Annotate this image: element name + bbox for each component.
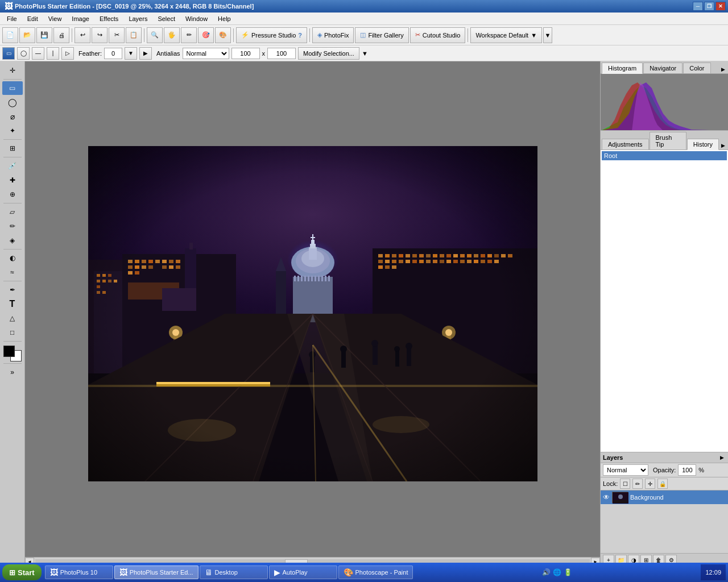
tool-marquee-rect[interactable]: ▭: [2, 81, 23, 95]
history-panel-expand-icon[interactable]: ▶: [719, 142, 727, 149]
tool-clone[interactable]: ⊕: [2, 188, 23, 201]
photo-canvas: [88, 146, 537, 481]
layers-expand-icon[interactable]: ▶: [718, 454, 726, 462]
tool-pen[interactable]: ✒: [2, 283, 23, 297]
tray-icon-3: 🔋: [564, 568, 572, 576]
menu-effects[interactable]: Effects: [95, 14, 123, 23]
lock-all-button[interactable]: 🔒: [657, 479, 668, 489]
width-input[interactable]: [231, 48, 260, 59]
expand-tools-button[interactable]: »: [2, 365, 23, 379]
tool-marquee-ellipse[interactable]: ◯: [2, 95, 23, 109]
layer-visibility-icon[interactable]: 👁: [603, 493, 610, 501]
tool-crop[interactable]: ⊞: [2, 142, 23, 155]
lock-transparent-button[interactable]: ☐: [620, 479, 630, 489]
selection-rect-btn[interactable]: ▭: [2, 47, 15, 60]
minimize-button[interactable]: ─: [693, 2, 703, 11]
filter-gallery-button[interactable]: ◫ Filter Gallery: [355, 27, 408, 43]
tool-fill[interactable]: ◈: [2, 234, 23, 247]
zoom-button[interactable]: 🔍: [147, 27, 163, 43]
tool-magic-wand[interactable]: ✦: [2, 124, 23, 138]
save-button[interactable]: 💾: [36, 27, 52, 43]
taskbar[interactable]: ⊞ Start 🖼 PhotoPlus 10 🖼 PhotoPlus Start…: [0, 563, 728, 582]
brush-button[interactable]: ✏: [181, 27, 197, 43]
photofix-button[interactable]: ◈ PhotoFix: [312, 27, 354, 43]
taskbar-item-photoplus10[interactable]: 🖼 PhotoPlus 10: [45, 566, 113, 579]
selection-add-btn[interactable]: ▷: [61, 47, 74, 60]
height-input[interactable]: [267, 48, 296, 59]
tool-separator-6: [3, 281, 22, 281]
taskbar-item-photoscape[interactable]: 🎨 Photoscape - Paint: [338, 566, 413, 579]
tab-history[interactable]: History: [687, 139, 719, 150]
opacity-input[interactable]: [678, 464, 696, 476]
hand-button[interactable]: 🖐: [164, 27, 180, 43]
layer-item-background[interactable]: 👁 Background: [601, 490, 728, 504]
tab-adjustments[interactable]: Adjustments: [602, 139, 649, 149]
tab-color[interactable]: Color: [683, 63, 710, 73]
selection-ellipse-btn[interactable]: ◯: [17, 47, 30, 60]
open-button[interactable]: 📂: [19, 27, 35, 43]
taskbar-item-photoplus-starter[interactable]: 🖼 PhotoPlus Starter Ed...: [114, 566, 198, 579]
window-controls[interactable]: ─ ❐ ✕: [693, 2, 726, 11]
blend-mode-select[interactable]: Normal Multiply Screen Overlay: [603, 464, 648, 476]
selection-col-btn[interactable]: |: [47, 47, 59, 60]
tool-rect-shape[interactable]: □: [2, 326, 23, 339]
new-button[interactable]: 📄: [2, 27, 18, 43]
start-button[interactable]: ⊞ Start: [2, 564, 42, 580]
taskbar-item-desktop[interactable]: 🖥 Desktop: [200, 566, 268, 579]
cutout-studio-button[interactable]: ✂ Cutout Studio: [410, 27, 466, 43]
taskbar-photoscape-label: Photoscape - Paint: [355, 569, 408, 576]
mode-select[interactable]: Normal Fixed Size Fixed Ratio: [183, 48, 229, 59]
tool-smudge[interactable]: ≈: [2, 265, 23, 279]
system-clock: 12:09: [701, 564, 726, 580]
canvas-area: ◄ ►: [25, 61, 600, 566]
pressure-studio-button[interactable]: ⚡ Pressure Studio ?: [236, 27, 307, 43]
menu-view[interactable]: View: [44, 14, 67, 23]
tool-separator-2: [3, 139, 22, 140]
tab-histogram[interactable]: Histogram: [602, 63, 643, 74]
histogram-panel-expand-icon[interactable]: ▶: [719, 65, 727, 73]
workspace-dropdown[interactable]: Workspace Default ▼: [470, 27, 542, 43]
close-button[interactable]: ✕: [715, 2, 726, 11]
tool-move[interactable]: ✛: [2, 64, 23, 77]
color-button[interactable]: 🎨: [215, 27, 231, 43]
taskbar-autoplay-icon: ▶: [274, 568, 280, 577]
copy-button[interactable]: 📋: [126, 27, 142, 43]
modify-selection-button[interactable]: Modify Selection...: [298, 47, 359, 60]
menu-help[interactable]: Help: [213, 14, 235, 23]
tool-lasso[interactable]: ⌀: [2, 110, 23, 123]
menu-file[interactable]: File: [2, 14, 22, 23]
tool-healing[interactable]: ✚: [2, 173, 23, 187]
svg-rect-147: [614, 500, 627, 503]
menu-layers[interactable]: Layers: [124, 14, 152, 23]
tool-eraser[interactable]: ▱: [2, 205, 23, 219]
foreground-color-swatch[interactable]: [3, 346, 15, 357]
menu-image[interactable]: Image: [67, 14, 94, 23]
cut-button[interactable]: ✂: [109, 27, 125, 43]
target-button[interactable]: 🎯: [198, 27, 214, 43]
lock-image-button[interactable]: ✏: [632, 479, 643, 489]
menu-select[interactable]: Select: [153, 14, 180, 23]
redo-button[interactable]: ↪: [92, 27, 107, 43]
selection-row-btn[interactable]: —: [32, 47, 44, 60]
workspace-options-button[interactable]: ▼: [543, 27, 552, 43]
undo-button[interactable]: ↩: [75, 27, 90, 43]
tool-eyedropper[interactable]: 💉: [2, 159, 23, 173]
tab-navigator[interactable]: Navigator: [643, 63, 682, 73]
menu-bar: File Edit View Image Effects Layers Sele…: [0, 13, 728, 25]
print-button[interactable]: 🖨: [53, 27, 69, 43]
tool-dodge[interactable]: ◐: [2, 251, 23, 265]
tool-brush[interactable]: ✏: [2, 219, 23, 233]
lock-position-button[interactable]: ✛: [645, 479, 655, 489]
menu-edit[interactable]: Edit: [23, 14, 43, 23]
feather-down-btn[interactable]: ▼: [125, 47, 137, 60]
taskbar-item-autoplay[interactable]: ▶ AutoPlay: [269, 566, 337, 579]
restore-button[interactable]: ❐: [704, 2, 714, 11]
menu-window[interactable]: Window: [181, 14, 212, 23]
history-item-root[interactable]: Root: [602, 151, 727, 160]
tray-icon-2: 🌐: [553, 568, 561, 576]
feather-arrow-btn[interactable]: ▶: [139, 47, 152, 60]
tab-brush-tip[interactable]: Brush Tip: [650, 132, 686, 149]
tool-text[interactable]: T: [2, 297, 23, 311]
feather-input[interactable]: [104, 48, 122, 59]
tool-shape[interactable]: △: [2, 311, 23, 325]
